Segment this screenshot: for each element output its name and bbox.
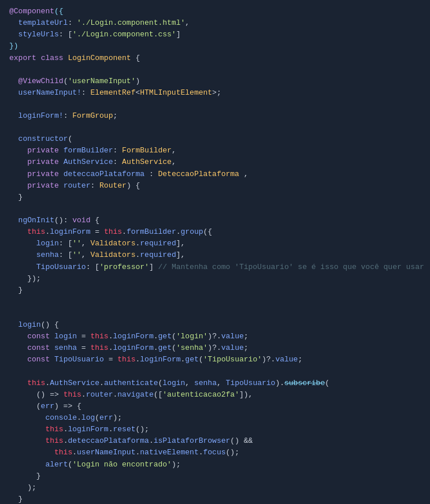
plain: . [136, 354, 140, 365]
type: Validators [90, 249, 135, 261]
property: formBuilder [64, 145, 113, 156]
plain: ( [95, 412, 99, 424]
plain: ] [149, 262, 158, 273]
plain: ; [244, 331, 249, 342]
code-line [0, 203, 430, 215]
property: loginForm [50, 226, 90, 238]
plain: ( [9, 401, 41, 412]
this-keyword: this [27, 226, 45, 238]
plain: , [185, 17, 190, 29]
plain: . [199, 447, 203, 458]
func: console [45, 412, 77, 424]
plain: () { [41, 319, 59, 331]
code-line [0, 366, 430, 378]
plain: = [77, 342, 90, 354]
plain [9, 342, 27, 354]
property: value [275, 354, 298, 365]
keyword: private [27, 169, 59, 180]
func: navigate [117, 389, 153, 401]
plain [9, 354, 27, 365]
string: './Login.component.html' [77, 17, 185, 29]
keyword: class [41, 53, 64, 64]
func: log [81, 412, 95, 424]
this-keyword: this [104, 226, 122, 238]
type: ElementRef [90, 87, 135, 99]
method: login [18, 319, 41, 331]
func: get [158, 342, 172, 354]
punctuation: }) [9, 40, 18, 52]
plain: ( [172, 331, 176, 342]
plain [50, 342, 54, 354]
plain [59, 156, 64, 168]
plain: , [81, 249, 91, 261]
plain [50, 331, 54, 342]
plain: : [ [59, 29, 72, 40]
plain [9, 87, 18, 99]
property: login [36, 238, 59, 249]
plain [9, 110, 18, 122]
code-line: ); [0, 482, 430, 494]
plain: , [217, 378, 226, 389]
plain: ) [135, 76, 140, 87]
string: 'professor' [99, 262, 149, 273]
code-line: const TipoUsuario = this.loginForm.get('… [0, 354, 430, 365]
type: Router [99, 180, 127, 192]
plain [9, 133, 18, 145]
property: router [64, 180, 91, 192]
plain: . [181, 354, 186, 365]
plain: . [77, 412, 81, 424]
string: './Login.component.css' [72, 29, 176, 40]
plain: { [131, 53, 140, 64]
func: get [185, 354, 198, 365]
code-line: TipoUsuario: ['professor'] // Mantenha c… [0, 262, 430, 273]
code-line: login: ['', Validators.required], [0, 238, 430, 249]
func: authenticate [104, 378, 158, 389]
plain [9, 331, 27, 342]
property: err [41, 401, 54, 412]
code-line [0, 64, 430, 76]
this-keyword: this [117, 354, 135, 365]
code-line: templateUrl: './Login.component.html', [0, 17, 430, 29]
code-line: senha: ['', Validators.required], [0, 249, 430, 261]
code-line [0, 308, 430, 319]
method: constructor [18, 133, 68, 145]
keyword: const [27, 331, 50, 342]
plain: , [81, 238, 91, 249]
plain: } [9, 192, 23, 203]
plain: ({ [203, 226, 213, 238]
plain [9, 459, 45, 471]
plain: ; [113, 110, 117, 122]
plain: < [135, 87, 140, 99]
plain: )?. [207, 342, 221, 354]
plain: ], [176, 249, 186, 261]
property: deteccaoPlataforma [68, 435, 149, 447]
plain: . [64, 424, 68, 435]
plain: = [77, 331, 90, 342]
plain: )?. [207, 331, 221, 342]
plain: : [ [59, 238, 72, 249]
plain [9, 447, 54, 458]
plain: : [ [86, 262, 99, 273]
property: TipoUsuario [54, 354, 104, 365]
property: value [221, 342, 244, 354]
property: required [140, 238, 176, 249]
plain [9, 424, 45, 435]
property: nativeElement [140, 447, 198, 458]
property: senha [194, 378, 217, 389]
type: AuthService [122, 156, 172, 168]
code-line: () => this.router.navigate(['autenticaca… [0, 389, 430, 401]
this-keyword: this [27, 378, 45, 389]
plain: : [ [59, 249, 72, 261]
plain [9, 262, 36, 273]
plain: ). [275, 378, 284, 389]
plain [59, 180, 64, 192]
plain [9, 215, 18, 226]
plain [9, 156, 27, 168]
property: TipoUsuario [226, 378, 276, 389]
code-line: login() { [0, 319, 430, 331]
property: loginForm [113, 331, 154, 342]
type: HTMLInputElement [140, 87, 212, 99]
plain: : [113, 156, 122, 168]
plain [9, 169, 27, 180]
plain: . [154, 331, 158, 342]
